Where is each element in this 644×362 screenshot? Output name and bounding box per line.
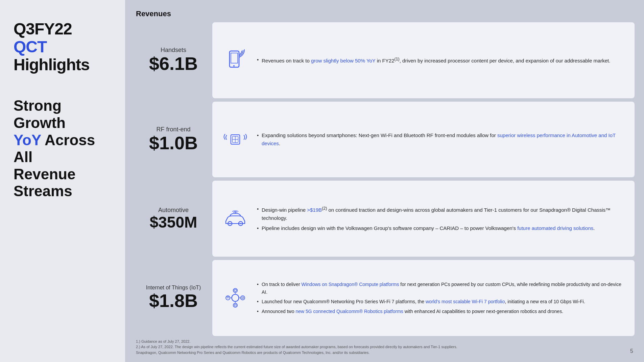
svg-rect-1 [231, 53, 238, 63]
iot-detail: On track to deliver Windows on Snapdrago… [212, 260, 635, 336]
svg-point-9 [230, 223, 231, 224]
automotive-row: Automotive $350M [135, 181, 635, 257]
iot-bullet-1: On track to deliver Windows on Snapdrago… [257, 281, 625, 296]
handsets-detail-text: Revenues on track to grow slightly below… [257, 56, 625, 65]
svg-point-11 [232, 294, 239, 302]
svg-rect-14 [234, 304, 236, 306]
automotive-icon [222, 207, 249, 231]
rf-bullet-1: Expanding solutions beyond smartphones: … [257, 131, 625, 148]
handsets-detail: Revenues on track to grow slightly below… [212, 22, 635, 98]
automotive-category: Automotive [138, 207, 209, 214]
rf-detail-text: Expanding solutions beyond smartphones: … [257, 131, 625, 148]
subtitle-block: Strong Growth YoY Across All Revenue Str… [14, 97, 115, 200]
iot-label-col: Internet of Things (IoT) $1.8B [135, 260, 209, 336]
svg-point-2 [233, 65, 235, 67]
title-block: Q3FY22 QCT Highlights [14, 20, 115, 74]
yoy-text: YoY [14, 132, 41, 148]
highlights-text: Highlights [14, 56, 90, 74]
iot-amount: $1.8B [138, 291, 209, 311]
rf-icon [222, 128, 249, 151]
footnote-2: 2.) As of July 27, 2022. The design win … [136, 344, 623, 350]
strong-growth-text: Strong Growth [14, 97, 66, 131]
automotive-label-col: Automotive $350M [135, 181, 209, 257]
rf-row: RF front-end $1.0B [135, 102, 635, 178]
rf-label-col: RF front-end $1.0B [135, 102, 209, 178]
automotive-bullet-2: Pipeline includes design win with the Vo… [257, 224, 625, 232]
footer: 1.) Guidance as of July 27, 2022. 2.) As… [135, 336, 635, 356]
rf-detail: Expanding solutions beyond smartphones: … [212, 102, 635, 178]
handsets-bullet-1: Revenues on track to grow slightly below… [257, 56, 625, 65]
handsets-label-col: Handsets $6.1B [135, 22, 209, 98]
phone-icon [222, 48, 249, 72]
q3fy22-text: Q3FY22 [14, 20, 72, 38]
qct-text: QCT [14, 38, 47, 56]
iot-bullet-3: Announced two new 5G connected Qualcomm®… [257, 308, 625, 315]
handsets-row: Handsets $6.1B [135, 22, 635, 98]
subtitle-strong-growth: Strong Growth YoY Across All Revenue Str… [14, 97, 115, 200]
automotive-detail: Design-win pipeline >$19B(2) on continue… [212, 181, 635, 257]
sidebar: Q3FY22 QCT Highlights Strong Growth YoY … [0, 0, 125, 362]
svg-point-15 [241, 296, 245, 300]
automotive-detail-text: Design-win pipeline >$19B(2) on continue… [257, 205, 625, 232]
iot-bullet-2: Launched four new Qualcomm® Networking P… [257, 298, 625, 305]
footnote-1: 1.) Guidance as of July 27, 2022. [136, 339, 623, 344]
svg-point-10 [240, 223, 241, 224]
handsets-amount: $6.1B [138, 54, 209, 74]
svg-point-13 [233, 303, 237, 307]
iot-row: Internet of Things (IoT) $1.8B [135, 260, 635, 336]
rf-amount: $1.0B [138, 133, 209, 153]
page-number: 5 [623, 347, 633, 355]
iot-category: Internet of Things (IoT) [138, 285, 209, 291]
rf-category: RF front-end [138, 126, 209, 133]
handsets-category: Handsets [138, 47, 209, 54]
iot-detail-text: On track to deliver Windows on Snapdrago… [257, 281, 625, 315]
main-content: Revenues Handsets $6.1B [125, 0, 644, 362]
footnote-3: Snapdragon, Qualcomm Networking Pro Seri… [136, 350, 623, 356]
revenue-grid: Handsets $6.1B [135, 22, 635, 336]
automotive-bullet-1: Design-win pipeline >$19B(2) on continue… [257, 205, 625, 222]
revenue-streams-text: Revenue Streams [14, 166, 75, 200]
automotive-amount: $350M [138, 214, 209, 231]
svg-point-16 [242, 297, 243, 299]
footer-notes: 1.) Guidance as of July 27, 2022. 2.) As… [136, 339, 623, 356]
revenues-title: Revenues [135, 9, 635, 18]
svg-point-12 [233, 288, 237, 292]
title-q3fy22: Q3FY22 QCT Highlights [14, 20, 115, 74]
iot-icon [222, 286, 249, 310]
